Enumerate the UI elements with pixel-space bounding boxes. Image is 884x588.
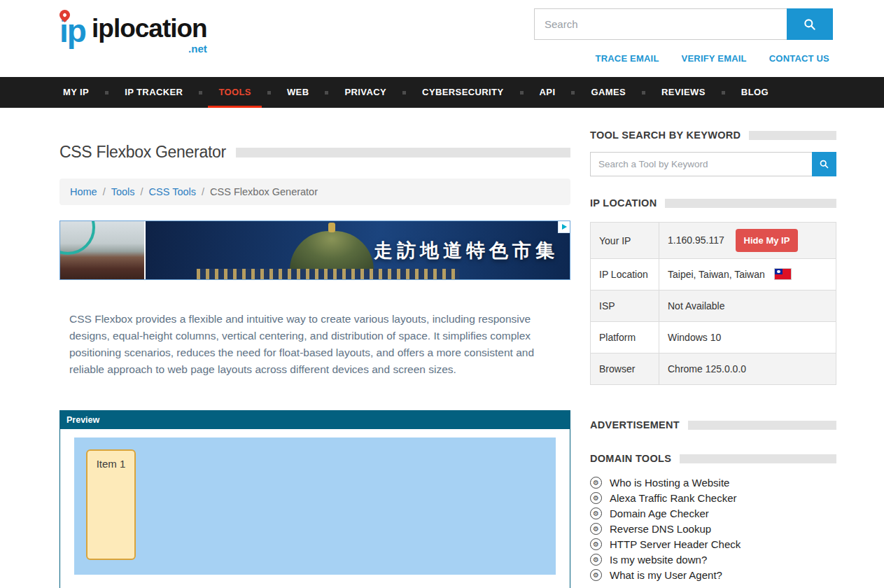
table-row-platform: Platform Windows 10 xyxy=(591,322,836,354)
domain-tool-item: ⚙ Who is Hosting a Website xyxy=(590,477,836,489)
domain-tool-link[interactable]: Who is Hosting a Website xyxy=(610,477,729,489)
nav-api[interactable]: API xyxy=(536,77,559,108)
sidebar: TOOL SEARCH BY KEYWORD IP LOCATION Your … xyxy=(590,108,836,588)
tool-search-button[interactable] xyxy=(812,152,836,176)
nav-separator xyxy=(267,91,271,94)
breadcrumb-css-tools[interactable]: CSS Tools xyxy=(149,186,196,197)
header-search xyxy=(534,8,833,40)
domain-tools-heading: DOMAIN TOOLS xyxy=(590,453,836,464)
nav-games[interactable]: GAMES xyxy=(587,77,629,108)
heading-label: ADVERTISEMENT xyxy=(590,419,680,430)
domain-tool-link[interactable]: Is my website down? xyxy=(610,554,707,566)
row-label: ISP xyxy=(591,290,659,322)
advertisement-heading: ADVERTISEMENT xyxy=(590,419,836,430)
domain-tool-item: ⚙ Is my website down? xyxy=(590,554,836,566)
nav-cybersecurity[interactable]: CYBERSECURITY xyxy=(419,77,507,108)
row-label: Browser xyxy=(591,354,659,385)
table-row-isp: ISP Not Available xyxy=(591,290,836,322)
flex-item-demo[interactable]: Item 1 xyxy=(86,449,136,560)
gear-icon: ⚙ xyxy=(590,492,602,504)
gear-icon: ⚙ xyxy=(590,523,602,535)
ad-banner[interactable]: 走訪地道特色市集 xyxy=(59,220,570,280)
heading-bar xyxy=(665,199,836,208)
nav-separator xyxy=(199,91,202,94)
browser-value: Chrome 125.0.0.0 xyxy=(659,354,836,385)
flex-container-demo: Item 1 xyxy=(74,438,556,575)
taiwan-flag-icon xyxy=(775,269,791,279)
nav-my-ip[interactable]: MY IP xyxy=(59,77,92,108)
domain-tools-list: ⚙ Who is Hosting a Website ⚙ Alexa Traff… xyxy=(590,477,836,581)
breadcrumb-current: CSS Flexbox Generator xyxy=(210,186,318,197)
breadcrumb-home[interactable]: Home xyxy=(70,186,97,197)
domain-tool-item: ⚙ What is my User Agent? xyxy=(590,569,836,581)
breadcrumb-tools[interactable]: Tools xyxy=(111,186,135,197)
heading-bar xyxy=(680,454,836,463)
nav-tools[interactable]: TOOLS xyxy=(215,77,255,108)
table-row-ip-location: IP Location Taipei, Taiwan, Taiwan xyxy=(591,259,836,290)
domain-tool-link[interactable]: What is my User Agent? xyxy=(610,569,722,581)
gear-icon: ⚙ xyxy=(590,507,602,519)
logo-text: iplocation .net xyxy=(92,7,207,55)
platform-value: Windows 10 xyxy=(659,322,836,354)
your-ip-value: 1.160.95.117 xyxy=(668,234,724,246)
domain-tool-item: ⚙ Alexa Traffic Rank Checker xyxy=(590,492,836,504)
page: ip iplocation .net TRACE EMAIL VERIFY EM… xyxy=(0,0,884,588)
table-row-browser: Browser Chrome 125.0.0.0 xyxy=(591,354,836,385)
nav-blog[interactable]: BLOG xyxy=(738,77,772,108)
domain-tool-link[interactable]: Reverse DNS Lookup xyxy=(610,523,711,535)
nav-separator xyxy=(325,91,328,94)
search-input[interactable] xyxy=(534,8,787,40)
domain-tool-link[interactable]: HTTP Server Header Check xyxy=(610,538,741,550)
table-row-your-ip: Your IP 1.160.95.117 Hide My IP xyxy=(591,223,836,259)
ad-headline: 走訪地道特色市集 xyxy=(374,238,559,263)
page-title: CSS Flexbox Generator xyxy=(59,143,226,162)
nav-web[interactable]: WEB xyxy=(283,77,313,108)
hide-my-ip-button[interactable]: Hide My IP xyxy=(736,229,799,252)
nav-ip-tracker[interactable]: IP TRACKER xyxy=(121,77,186,108)
heading-label: TOOL SEARCH BY KEYWORD xyxy=(590,130,741,141)
logo-tld: .net xyxy=(188,43,207,55)
ad-main-graphic: 走訪地道特色市集 xyxy=(146,221,570,279)
flex-item-label: Item 1 xyxy=(97,458,126,559)
tool-description: CSS Flexbox provides a flexible and intu… xyxy=(59,311,570,378)
logo-icon: ip xyxy=(59,7,94,55)
nav-separator xyxy=(520,91,524,94)
search-icon xyxy=(819,159,829,169)
row-label: Your IP xyxy=(591,223,659,259)
link-verify-email[interactable]: VERIFY EMAIL xyxy=(682,53,747,64)
main-nav: MY IP IP TRACKER TOOLS WEB PRIVACY CYBER… xyxy=(0,77,884,108)
nav-separator xyxy=(105,91,108,94)
ad-building-graphic xyxy=(290,231,374,270)
header-links: TRACE EMAIL VERIFY EMAIL CONTACT US xyxy=(596,53,829,64)
gear-icon: ⚙ xyxy=(590,538,602,550)
link-contact-us[interactable]: CONTACT US xyxy=(769,53,829,64)
isp-value: Not Available xyxy=(659,290,836,322)
gear-icon: ⚙ xyxy=(590,569,602,581)
gear-icon: ⚙ xyxy=(590,554,602,566)
breadcrumb-separator: / xyxy=(103,186,106,197)
title-decoration-bar xyxy=(236,148,570,158)
tool-search-input[interactable] xyxy=(590,152,812,176)
heading-label: DOMAIN TOOLS xyxy=(590,453,671,464)
logo[interactable]: ip iplocation .net xyxy=(59,7,207,55)
nav-separator xyxy=(722,91,725,94)
search-button[interactable] xyxy=(787,8,833,40)
ip-location-table: Your IP 1.160.95.117 Hide My IP IP Locat… xyxy=(590,222,836,385)
nav-privacy[interactable]: PRIVACY xyxy=(341,77,390,108)
tool-search xyxy=(590,152,836,176)
row-label: Platform xyxy=(591,322,659,354)
breadcrumb: Home/Tools/CSS Tools/CSS Flexbox Generat… xyxy=(59,178,570,205)
ip-location-value: Taipei, Taiwan, Taiwan xyxy=(668,269,765,280)
ad-choices-icon[interactable] xyxy=(558,221,570,233)
domain-tool-link[interactable]: Alexa Traffic Rank Checker xyxy=(610,492,736,504)
nav-separator xyxy=(571,91,575,94)
search-icon xyxy=(803,18,817,31)
domain-tool-link[interactable]: Domain Age Checker xyxy=(610,507,709,519)
row-label: IP Location xyxy=(591,259,659,290)
title-row: CSS Flexbox Generator xyxy=(59,143,570,162)
nav-reviews[interactable]: REVIEWS xyxy=(658,77,709,108)
preview-panel: Preview Item 1 xyxy=(59,410,570,588)
link-trace-email[interactable]: TRACE EMAIL xyxy=(596,53,659,64)
ad-photo-left xyxy=(60,221,146,279)
domain-tool-item: ⚙ Domain Age Checker xyxy=(590,507,836,519)
